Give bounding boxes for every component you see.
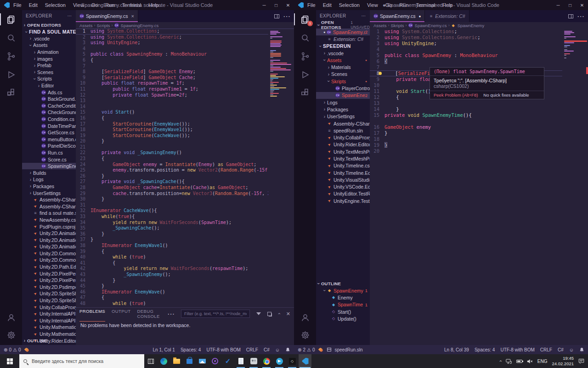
menu-selection[interactable]: Selection [339, 2, 360, 8]
code-line-7[interactable]: 7 [76, 63, 294, 69]
tree-item-images[interactable]: ›images [22, 55, 76, 62]
code-line-28[interactable]: 28 GameObject cache=Instantiate(Cache)as… [76, 185, 294, 191]
tree-item-start[interactable]: ◇Start() [316, 308, 370, 315]
taskbar-messenger-icon[interactable] [247, 354, 260, 368]
code-line-1[interactable]: 1using System.Collections; [76, 29, 294, 34]
tree-item-builds[interactable]: ›Builds [22, 169, 76, 176]
notifications-bell-icon[interactable] [579, 347, 584, 352]
tab-spawnenemy[interactable]: C# SpawnEnemy.cs ● [370, 10, 425, 22]
code-line-11[interactable]: 11 public float respawnTime1 = 1f; [76, 86, 294, 92]
code-line-18[interactable]: 18 StartCoroutine(EnemyWave1()); [76, 127, 294, 133]
panel-more-icon[interactable]: ⋯ [167, 310, 175, 318]
code-line-15[interactable]: 15private void SpawnEnemyTime(){ [370, 112, 588, 118]
code-line-35[interactable]: 35 _SpawningCache(); [76, 225, 294, 231]
taskbar-todo-check-icon[interactable]: ✓ [221, 354, 234, 368]
tree-item-vscode[interactable]: ›.vscode [22, 35, 76, 42]
unity-debugger-flame-icon[interactable] [24, 347, 29, 352]
notification-center-icon[interactable] [578, 358, 584, 364]
tree-item-unity-internalapiengine[interactable]: ➤Unity.InternalAPIEngine... [22, 317, 76, 324]
code-line-34[interactable]: 34 yield return new WaitForSeconds(Spawn… [76, 220, 294, 226]
breadcrumb-assets[interactable]: Assets [79, 23, 93, 28]
taskbar-unity-hub-icon[interactable]: ◇ [286, 354, 299, 368]
volume-muted-icon[interactable] [527, 359, 533, 364]
tree-item-unityengine-testrunner[interactable]: ➤UnityEngine.TestRunner.... [316, 197, 370, 204]
code-line-42[interactable]: 42 yield return new WaitForSeconds(respa… [76, 266, 294, 272]
code-line-20[interactable]: 20 [370, 148, 588, 154]
taskbar-mail-icon[interactable] [196, 354, 209, 368]
tree-item-find-a-soul-mate-sln[interactable]: ≡find a soul mate.sln [22, 210, 76, 217]
maximize-button[interactable]: □ [270, 3, 282, 8]
tree-item-unity-mathematics-csproj[interactable]: ➤Unity.Mathematics.csproj [22, 324, 76, 331]
feedback-smiley-icon[interactable]: ☺ [569, 347, 574, 352]
tree-item-datetimepanel-cs[interactable]: C#DateTimePanel.cs [22, 122, 76, 129]
code-line-5[interactable]: 5public class SpawningEnemy : MonoBehavi… [76, 52, 294, 58]
taskbar-file-explorer-icon[interactable] [170, 354, 183, 368]
code-line-9[interactable]: 9 [SerializeField] GameObject Cache; [76, 75, 294, 81]
tree-item-logs[interactable]: ›Logs [22, 176, 76, 183]
code-line-19[interactable]: 19 StartCoroutine(CacheWave()); [76, 133, 294, 139]
code-line-20[interactable]: 20 } [76, 138, 294, 144]
menu-selection[interactable]: Selection [45, 2, 66, 8]
breadcrumb-skripts[interactable]: Skripts [391, 23, 404, 28]
tree-item-editor[interactable]: ›Editor [22, 82, 76, 89]
code-line-14[interactable]: 14 } [370, 106, 588, 112]
filter-icon[interactable] [256, 312, 261, 315]
editor-more-icon[interactable]: ⋯ [577, 12, 584, 21]
menu-edit[interactable]: Edit [323, 2, 332, 8]
tree-item-unity-2d-animation-tria[interactable]: ➤Unity.2D.Animation.Tria... [22, 243, 76, 250]
tree-item-unity-visualstudio-edito[interactable]: ➤Unity.VisualStudio.Edito... [316, 176, 370, 183]
code-line-2[interactable]: 2using System.Collections.Generic; [370, 34, 588, 40]
code-line-26[interactable]: 26 } [76, 173, 294, 179]
code-line-40[interactable]: 40 while (true) [76, 254, 294, 260]
panel-maximize-icon[interactable]: › [276, 313, 282, 315]
minimap[interactable] [562, 29, 588, 345]
tree-item-unity-textmeshpro-csproj[interactable]: ➤Unity.TextMeshPro.csproj [316, 148, 370, 155]
tree-item-run-cs[interactable]: C#Run.cs [22, 150, 76, 156]
explorer-icon[interactable] [0, 10, 22, 29]
account-icon[interactable] [294, 308, 316, 327]
tree-item-assembly-csharp-csproj[interactable]: ➤Assembly-CSharp.csproj [22, 203, 76, 210]
minimize-button[interactable]: ─ [258, 3, 270, 8]
code-line-45[interactable]: 45 } [76, 283, 294, 289]
tree-item-checkground-cs[interactable]: C#CheckGround.cs [22, 109, 76, 116]
start-button[interactable] [0, 354, 19, 368]
code-line-22[interactable]: 22 private void _SpawningEnemy() [76, 150, 294, 156]
explorer-more-icon[interactable]: ⋯ [68, 13, 72, 18]
explorer-more-icon[interactable]: ⋯ [362, 13, 366, 18]
maximize-button[interactable]: □ [564, 3, 576, 8]
tree-item-unity-rider-editor-csproj[interactable]: ➤Unity.Rider.Editor.csproj [316, 141, 370, 148]
code-line-41[interactable]: 41 { [76, 260, 294, 266]
tree-item-usersettings[interactable]: ›UserSettings [316, 113, 370, 120]
menu-go[interactable]: Go [385, 2, 392, 8]
code-line-43[interactable]: 43 _SpawningEnemy(); [76, 272, 294, 278]
tree-item-scenes[interactable]: ›Scenes [316, 71, 370, 78]
tree-item-unity-collabproxy-editor[interactable]: ➤Unity.CollabProxy.Editor... [316, 134, 370, 141]
tree-item-vscode[interactable]: ›.vscode [316, 50, 370, 57]
breadcrumb-scripts[interactable]: Scripts [97, 23, 110, 28]
tree-item-packages[interactable]: ›Packages [22, 183, 76, 190]
tree-item-menubutton-cs[interactable]: C#menuButton.cs [22, 136, 76, 143]
taskbar-search-input[interactable] [31, 358, 140, 364]
breadcrumb-spawnenemy-cs[interactable]: SpawnEnemy.cs [415, 23, 447, 28]
breadcrumb-spawningenemy-cs[interactable]: SpawningEnemy.cs [121, 23, 159, 28]
tree-item-unity-2d-animation-edit[interactable]: ➤Unity.2D.Animation.Edit... [22, 230, 76, 237]
tree-item-usersettings[interactable]: ›UserSettings [22, 190, 76, 196]
tab-close-icon[interactable]: × [131, 13, 134, 19]
tree-item-assembly-csharp-edito[interactable]: ➤Assembly-CSharp-Edito... [22, 196, 76, 203]
open-editors-header[interactable]: › OPEN EDITORS [22, 21, 76, 29]
tree-item-assembly-csharp-csproj[interactable]: ➤Assembly-CSharp.csproj [316, 120, 370, 127]
code-line-30[interactable]: 30 } [76, 196, 294, 202]
code-line-27[interactable]: 27 private void _SpawningCache(){ [76, 179, 294, 185]
problems-status[interactable]: ⊗2 ⚠0 [298, 347, 315, 352]
tree-item-paneldiescore-cs[interactable]: C#PanelDieScore.cs [22, 143, 76, 150]
tree-item-scenes[interactable]: ›Scenes [22, 69, 76, 76]
code-line-13[interactable]: 13 [76, 98, 294, 104]
code-line-37[interactable]: 37} [76, 237, 294, 243]
status-ln-1-col-1[interactable]: Ln 1, Col 1 [153, 347, 175, 352]
status-spaces-4[interactable]: Spaces: 4 [475, 347, 495, 352]
run-debug-icon[interactable] [294, 65, 316, 84]
search-icon[interactable] [294, 29, 316, 47]
tree-item-unity-2d-pixelperfect-cs[interactable]: ➤Unity.2D.PixelPerfect.cs... [22, 270, 76, 277]
tree-item-unity-2d-spriteshape-ed[interactable]: ➤Unity.2D.SpriteShape.Ed... [22, 290, 76, 297]
feedback-smiley-icon[interactable]: ☺ [275, 347, 280, 352]
